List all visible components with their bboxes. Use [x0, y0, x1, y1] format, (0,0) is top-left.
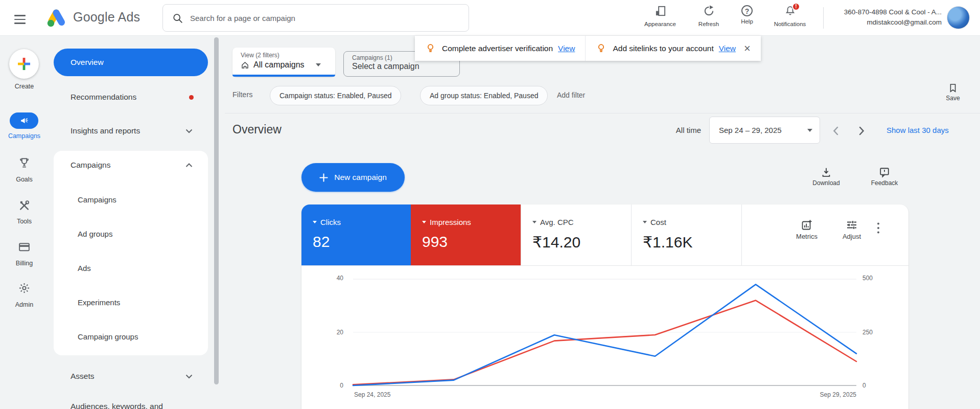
dropdown-caret-icon: [807, 129, 812, 132]
show-last-30-days-link[interactable]: Show last 30 days: [886, 126, 949, 134]
date-range-value: Sep 24 – 29, 2025: [719, 126, 782, 134]
notification-banners: Complete advertiser verification View Ad…: [415, 36, 761, 61]
save-button[interactable]: Save: [939, 83, 967, 102]
appearance-button[interactable]: Appearance: [639, 5, 682, 27]
search-icon: [172, 13, 183, 24]
topbar-divider: [823, 7, 824, 29]
tools-icon[interactable]: [18, 199, 31, 212]
view-filter-caption: View (2 filters): [232, 48, 335, 59]
help-label: Help: [726, 18, 768, 25]
banner-view-link[interactable]: View: [558, 44, 575, 53]
filter-chip-campaign-status[interactable]: Campaign status: Enabled, Paused: [270, 86, 401, 105]
recommendations-alert-dot: [189, 95, 194, 100]
refresh-label: Refresh: [687, 21, 730, 27]
google-ads-app: Google Ads Appearance Refresh ? Help ! N…: [0, 0, 980, 409]
metric-caret-icon: [313, 221, 317, 223]
scorecard-avg-cpc[interactable]: Avg. CPC ₹14.20: [521, 204, 631, 265]
lightbulb-icon: [425, 43, 436, 54]
add-filter-button[interactable]: Add filter: [557, 91, 585, 99]
sidebar-item-ad-groups[interactable]: Ad groups: [78, 221, 200, 246]
goals-trophy-icon[interactable]: [18, 156, 31, 169]
banner-view-link[interactable]: View: [719, 44, 736, 53]
metric-caret-icon: [422, 221, 426, 223]
scorecard-impressions[interactable]: Impressions 993: [411, 204, 521, 265]
admin-gear-icon[interactable]: [18, 282, 31, 294]
rail-item-campaigns[interactable]: [10, 112, 38, 129]
brand-google: Google: [73, 10, 115, 24]
menu-icon[interactable]: [14, 12, 26, 27]
left-axis-tick: 0: [323, 382, 343, 389]
metric-caret-icon: [532, 221, 536, 223]
help-button[interactable]: ? Help: [726, 5, 768, 25]
scorecard-value: ₹1.16K: [643, 233, 741, 251]
sidebar-item-campaigns[interactable]: Campaigns: [78, 187, 200, 212]
search-input[interactable]: [190, 14, 459, 22]
campaign-groups-label: Campaign groups: [78, 332, 138, 341]
adjust-label: Adjust: [834, 233, 870, 240]
new-campaign-button[interactable]: New campaign: [301, 163, 405, 192]
feedback-label: Feedback: [863, 179, 906, 187]
right-axis-tick: 250: [862, 329, 883, 336]
sidebar-item-audiences[interactable]: Audiences, keywords, and: [54, 394, 208, 409]
refresh-button[interactable]: Refresh: [687, 5, 730, 27]
chip-label: Ad group status: Enabled, Paused: [430, 92, 538, 100]
chevron-down-icon: [185, 129, 193, 133]
sidebar-item-ads[interactable]: Ads: [78, 255, 200, 281]
close-icon[interactable]: ×: [744, 43, 751, 54]
download-button[interactable]: Download: [805, 167, 848, 187]
view-filter-tab[interactable]: View (2 filters) All campaigns: [232, 48, 335, 77]
page-title: Overview: [232, 123, 282, 137]
feedback-button[interactable]: Feedback: [863, 167, 906, 187]
divider: [225, 113, 980, 113]
home-icon: [241, 61, 249, 70]
more-options-icon[interactable]: [877, 222, 880, 234]
metrics-label: Metrics: [789, 233, 825, 240]
notifications-button[interactable]: ! Notifications: [768, 5, 811, 27]
brand-title: Google Ads: [73, 10, 140, 25]
sidebar-item-insights[interactable]: Insights and reports: [54, 118, 208, 144]
sidebar-item-experiments[interactable]: Experiments: [78, 289, 200, 315]
sidebar-item-recommendations[interactable]: Recommendations: [54, 84, 208, 110]
sidebar-item-overview[interactable]: Overview: [54, 49, 208, 76]
new-campaign-label: New campaign: [334, 173, 387, 182]
download-icon: [821, 167, 832, 178]
billing-card-icon[interactable]: [18, 241, 31, 254]
rail-admin-label: Admin: [0, 301, 49, 308]
active-tab-underline: [232, 75, 335, 77]
series-impressions: [353, 301, 856, 385]
top-bar: Google Ads Appearance Refresh ? Help ! N…: [0, 0, 980, 36]
metric-caret-icon: [643, 221, 647, 223]
filter-chip-ad-group-status[interactable]: Ad group status: Enabled, Paused: [420, 86, 548, 105]
sidebar-scrollbar[interactable]: [214, 37, 219, 384]
ads-label: Ads: [78, 264, 91, 272]
rail-tools-label: Tools: [0, 218, 49, 225]
adjust-sliders-icon: [846, 219, 858, 231]
campaigns-header-label: Campaigns: [71, 161, 110, 170]
date-range-picker[interactable]: Sep 24 – 29, 2025: [709, 117, 820, 144]
adjust-button[interactable]: Adjust: [834, 219, 870, 240]
save-bookmark-icon: [948, 83, 958, 93]
insights-label: Insights and reports: [71, 126, 140, 135]
create-plus-icon: [16, 56, 32, 72]
series-clicks: [353, 284, 856, 385]
scorecard-label: Clicks: [320, 218, 341, 226]
avatar[interactable]: [947, 6, 970, 29]
global-search[interactable]: [162, 4, 469, 32]
campaigns-sub-label: Campaigns: [78, 195, 116, 204]
next-date-chevron-icon[interactable]: [854, 124, 869, 138]
help-icon: ?: [741, 5, 753, 16]
scorecard-clicks[interactable]: Clicks 82: [301, 204, 411, 265]
performance-line-chart[interactable]: [353, 279, 856, 386]
megaphone-icon: [19, 116, 29, 126]
sidebar-item-assets[interactable]: Assets: [54, 363, 208, 389]
create-button[interactable]: [9, 49, 39, 79]
account-info[interactable]: 360-870-4898 Cool & Cool - A... mdistakc…: [824, 7, 942, 28]
sidebar-item-campaigns-header[interactable]: Campaigns: [54, 152, 208, 178]
filters-label: Filters: [232, 90, 252, 99]
scorecard-cost[interactable]: Cost ₹1.16K: [631, 204, 741, 265]
prev-date-chevron-icon[interactable]: [829, 124, 843, 138]
sidebar-item-campaign-groups[interactable]: Campaign groups: [78, 324, 200, 349]
metrics-button[interactable]: Metrics: [789, 219, 825, 240]
account-name: 360-870-4898 Cool & Cool - A...: [824, 7, 942, 17]
chevron-down-icon: [185, 374, 193, 379]
